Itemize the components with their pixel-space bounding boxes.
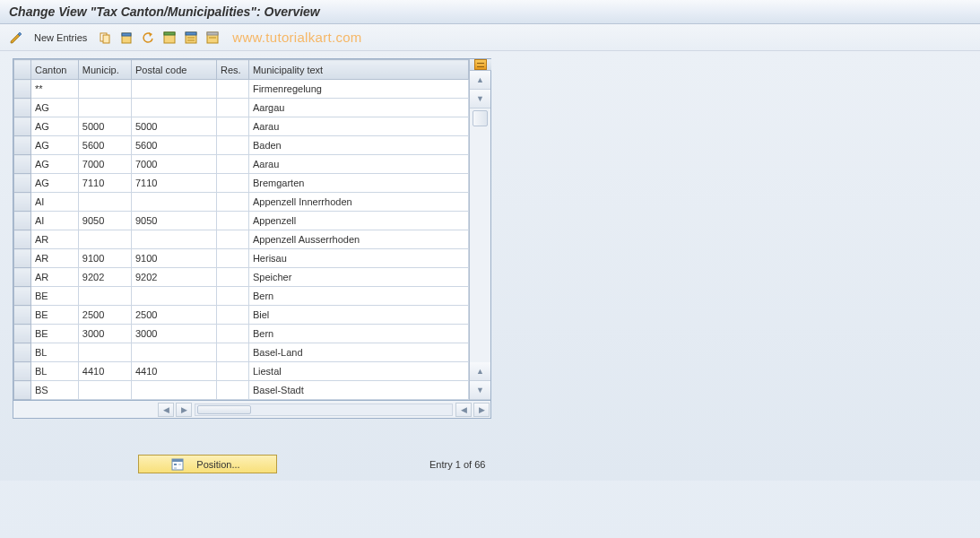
- cell-municip[interactable]: [78, 343, 131, 362]
- cell-municip[interactable]: [78, 230, 131, 249]
- cell-res[interactable]: [217, 306, 249, 325]
- cell-municip[interactable]: [78, 193, 131, 212]
- column-postal[interactable]: Postal code: [131, 60, 216, 80]
- cell-text[interactable]: Basel-Land: [248, 343, 468, 362]
- cell-municip[interactable]: 5000: [78, 117, 131, 136]
- row-selector[interactable]: [14, 80, 31, 99]
- cell-municip[interactable]: 7110: [78, 174, 131, 193]
- cell-postal[interactable]: [131, 287, 216, 306]
- cell-postal[interactable]: 7110: [131, 174, 216, 193]
- cell-text[interactable]: Appenzell Innerrhoden: [248, 193, 468, 212]
- row-selector[interactable]: [14, 287, 31, 306]
- cell-municip[interactable]: 5600: [78, 136, 131, 155]
- scroll-up-button[interactable]: ▲: [470, 71, 490, 90]
- row-selector[interactable]: [14, 343, 31, 362]
- cell-canton[interactable]: **: [31, 80, 79, 99]
- cell-postal[interactable]: 4410: [131, 362, 216, 381]
- cell-municip[interactable]: [78, 80, 131, 99]
- cell-text[interactable]: Bern: [248, 287, 468, 306]
- row-selector[interactable]: [14, 117, 31, 136]
- cell-canton[interactable]: AI: [31, 193, 79, 212]
- position-button[interactable]: Position...: [138, 455, 277, 473]
- column-canton[interactable]: Canton: [31, 60, 79, 80]
- cell-postal[interactable]: 9050: [131, 212, 216, 230]
- cell-text[interactable]: Liestal: [248, 362, 468, 381]
- horizontal-scrollbar[interactable]: ◀ ▶ ◀ ▶: [13, 401, 491, 419]
- cell-municip[interactable]: [78, 287, 131, 306]
- scroll-thumb[interactable]: [473, 110, 488, 126]
- cell-res[interactable]: [217, 136, 249, 155]
- cell-canton[interactable]: BL: [31, 362, 79, 381]
- cell-res[interactable]: [217, 212, 249, 230]
- cell-postal[interactable]: [131, 381, 216, 400]
- scroll-track[interactable]: [470, 108, 490, 362]
- new-entries-button[interactable]: New Entries: [29, 29, 92, 47]
- undo-icon[interactable]: [139, 29, 157, 47]
- cell-municip[interactable]: 4410: [78, 362, 131, 381]
- cell-text[interactable]: Speicher: [248, 268, 468, 287]
- row-selector[interactable]: [14, 136, 31, 155]
- column-muntext[interactable]: Municipality text: [248, 60, 468, 80]
- row-selector[interactable]: [14, 99, 31, 117]
- cell-res[interactable]: [217, 362, 249, 381]
- cell-postal[interactable]: 2500: [131, 306, 216, 325]
- hscroll-right2-button[interactable]: ▶: [473, 403, 490, 417]
- delete-icon[interactable]: [117, 29, 135, 47]
- cell-res[interactable]: [217, 99, 249, 117]
- row-selector[interactable]: [14, 174, 31, 193]
- hscroll-track[interactable]: [195, 404, 453, 416]
- cell-municip[interactable]: 9202: [78, 268, 131, 287]
- scroll-up-end-button[interactable]: ▲: [470, 362, 490, 381]
- cell-canton[interactable]: AI: [31, 212, 79, 230]
- row-selector[interactable]: [14, 193, 31, 212]
- row-selector[interactable]: [14, 325, 31, 343]
- select-all-icon[interactable]: [160, 29, 178, 47]
- cell-municip[interactable]: 7000: [78, 155, 131, 174]
- cell-postal[interactable]: [131, 193, 216, 212]
- cell-canton[interactable]: BE: [31, 306, 79, 325]
- cell-canton[interactable]: AG: [31, 155, 79, 174]
- cell-res[interactable]: [217, 174, 249, 193]
- hscroll-left-button[interactable]: ◀: [158, 403, 174, 417]
- row-selector[interactable]: [14, 212, 31, 230]
- copy-icon[interactable]: [96, 29, 114, 47]
- toggle-display-change-icon[interactable]: [7, 29, 25, 47]
- cell-res[interactable]: [217, 325, 249, 343]
- cell-res[interactable]: [217, 381, 249, 400]
- cell-postal[interactable]: [131, 230, 216, 249]
- cell-res[interactable]: [217, 268, 249, 287]
- cell-text[interactable]: Herisau: [248, 249, 468, 268]
- column-municip[interactable]: Municip.: [78, 60, 131, 80]
- cell-municip[interactable]: 2500: [78, 306, 131, 325]
- scroll-down-end-button[interactable]: ▼: [470, 381, 490, 400]
- cell-res[interactable]: [217, 155, 249, 174]
- cell-res[interactable]: [217, 249, 249, 268]
- row-selector[interactable]: [14, 381, 31, 400]
- row-selector[interactable]: [14, 306, 31, 325]
- cell-municip[interactable]: 9100: [78, 249, 131, 268]
- column-res[interactable]: Res.: [217, 60, 249, 80]
- cell-canton[interactable]: BE: [31, 325, 79, 343]
- row-selector[interactable]: [14, 249, 31, 268]
- cell-text[interactable]: Aargau: [248, 99, 468, 117]
- cell-postal[interactable]: 5000: [131, 117, 216, 136]
- cell-municip[interactable]: [78, 381, 131, 400]
- scroll-down-button[interactable]: ▼: [470, 90, 490, 108]
- cell-res[interactable]: [217, 80, 249, 99]
- cell-text[interactable]: Baden: [248, 136, 468, 155]
- cell-postal[interactable]: 7000: [131, 155, 216, 174]
- hscroll-right-button[interactable]: ▶: [176, 403, 192, 417]
- cell-postal[interactable]: 5600: [131, 136, 216, 155]
- select-block-icon[interactable]: [182, 29, 200, 47]
- cell-res[interactable]: [217, 287, 249, 306]
- cell-canton[interactable]: AG: [31, 136, 79, 155]
- cell-municip[interactable]: [78, 99, 131, 117]
- cell-text[interactable]: Basel-Stadt: [248, 381, 468, 400]
- cell-canton[interactable]: AR: [31, 268, 79, 287]
- cell-postal[interactable]: 3000: [131, 325, 216, 343]
- cell-postal[interactable]: [131, 80, 216, 99]
- hscroll-left2-button[interactable]: ◀: [455, 403, 472, 417]
- cell-res[interactable]: [217, 193, 249, 212]
- cell-text[interactable]: Appenzell: [248, 212, 468, 230]
- cell-canton[interactable]: BL: [31, 343, 79, 362]
